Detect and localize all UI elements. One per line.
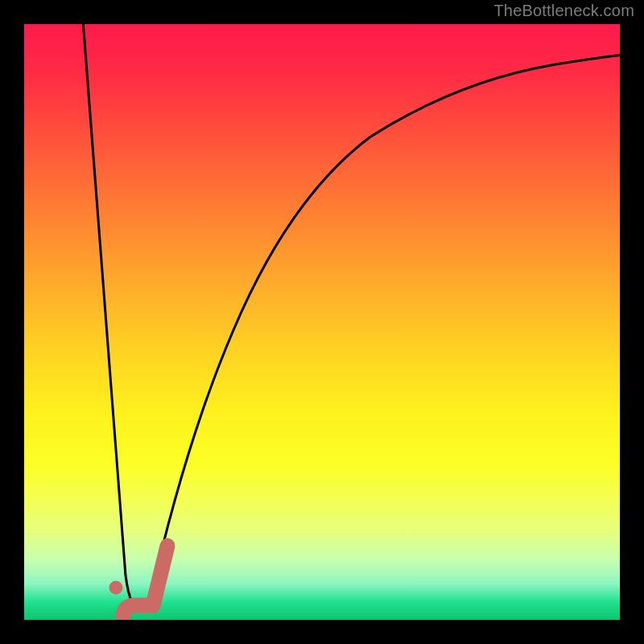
chart-frame: TheBottleneck.com (0, 0, 644, 644)
plot-area (24, 24, 620, 620)
bottleneck-curve (24, 24, 620, 620)
attribution-text: TheBottleneck.com (493, 2, 634, 20)
check-mark-annotation (24, 24, 620, 620)
svg-point-0 (109, 581, 123, 595)
